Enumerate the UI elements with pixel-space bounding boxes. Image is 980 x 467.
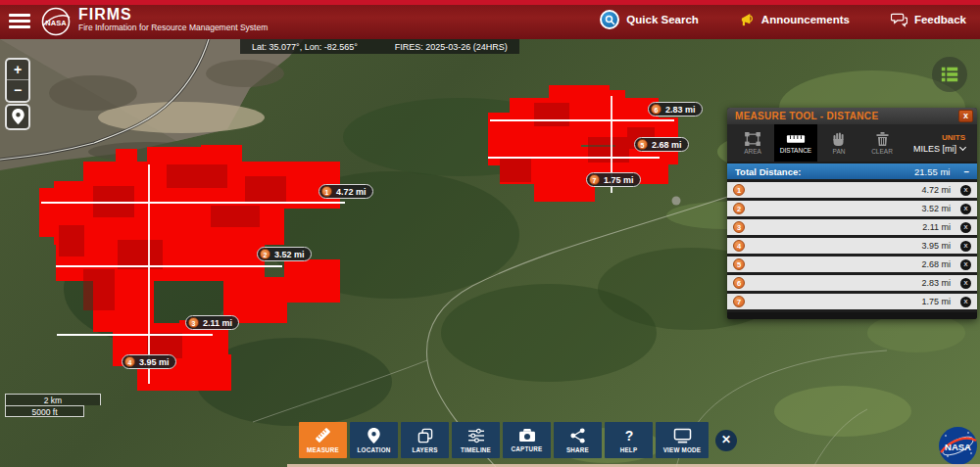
measure-panel-close-button[interactable]: x bbox=[958, 110, 973, 122]
toolbar-location-button[interactable]: LOCATION bbox=[350, 422, 398, 458]
delete-measurement-button[interactable]: x bbox=[960, 259, 971, 270]
zoom-in-button[interactable]: + bbox=[7, 60, 28, 80]
delete-measurement-button[interactable]: x bbox=[960, 278, 971, 289]
toolbar-timeline-button[interactable]: TIMELINE bbox=[452, 422, 500, 458]
measure-tool-panel: MEASURE TOOL - DISTANCE x AREA DIST bbox=[727, 108, 977, 319]
measurement-row-7: 7 1.75 mi x bbox=[727, 294, 977, 309]
measure-label-text: 2.83 mi bbox=[665, 105, 696, 115]
distance-tool-button[interactable]: DISTANCE bbox=[774, 124, 817, 162]
clear-tool-label: CLEAR bbox=[871, 148, 893, 155]
measure-label-1: 1 4.72 mi bbox=[318, 184, 373, 199]
measure-label-text: 4.72 mi bbox=[336, 187, 367, 197]
toolbar-timeline-label: TIMELINE bbox=[461, 446, 491, 453]
units-dropdown[interactable]: MILES [mi] bbox=[913, 144, 965, 154]
measure-label-number: 6 bbox=[651, 104, 662, 115]
measure-label-text: 2.11 mi bbox=[203, 318, 232, 328]
nasa-logo-icon: NASA bbox=[41, 7, 71, 36]
measure-label-number: 1 bbox=[321, 186, 332, 197]
measure-panel-toolbar: AREA DISTANCE PAN bbox=[727, 124, 977, 162]
map-info-bar: Lat: 35.077°, Lon: -82.565° FIRES: 2025-… bbox=[240, 39, 519, 54]
quick-search-button[interactable]: Quick Search bbox=[600, 10, 699, 29]
measure-label-number: 2 bbox=[260, 249, 270, 259]
row-number-badge: 7 bbox=[733, 296, 745, 307]
megaphone-icon bbox=[740, 13, 755, 27]
delete-measurement-button[interactable]: x bbox=[960, 241, 971, 252]
delete-measurement-button[interactable]: x bbox=[960, 297, 971, 307]
measurement-row-5: 5 2.68 mi x bbox=[727, 257, 977, 272]
total-distance-label: Total Distance: bbox=[735, 166, 914, 177]
row-value: 2.83 mi bbox=[745, 278, 951, 288]
measure-label-6: 6 2.83 mi bbox=[648, 102, 703, 117]
measure-label-number: 4 bbox=[124, 356, 135, 367]
delete-measurement-button[interactable]: x bbox=[960, 204, 971, 214]
clear-tool-button[interactable]: CLEAR bbox=[860, 124, 904, 162]
nasa-meatball-logo: NASA bbox=[938, 426, 978, 466]
total-distance-row: Total Distance: 21.55 mi − bbox=[727, 163, 977, 179]
measure-label-text: 3.52 mi bbox=[274, 250, 305, 259]
chevron-down-icon bbox=[959, 143, 966, 150]
row-value: 2.11 mi bbox=[745, 222, 951, 232]
app-brand: FIRMS Fire Information for Resource Mana… bbox=[78, 6, 268, 32]
map-canvas[interactable]: Lat: 35.077°, Lon: -82.565° FIRES: 2025-… bbox=[0, 39, 980, 467]
delete-measurement-button[interactable]: x bbox=[960, 185, 971, 196]
collapse-panel-button[interactable]: − bbox=[963, 166, 969, 177]
measurement-row-2: 2 3.52 mi x bbox=[727, 201, 977, 216]
svg-text:NASA: NASA bbox=[45, 19, 67, 27]
row-number-badge: 5 bbox=[733, 258, 745, 270]
measurement-row-1: 1 4.72 mi x bbox=[727, 182, 977, 198]
measure-panel-footer bbox=[727, 312, 977, 319]
measurement-row-6: 6 2.83 mi x bbox=[727, 275, 977, 291]
map-toolbar: MEASURE LOCATION LAYERS T bbox=[299, 422, 737, 458]
toolbar-share-button[interactable]: SHARE bbox=[554, 422, 602, 458]
fires-date-readout: FIRES: 2025-03-26 (24HRS) bbox=[395, 42, 508, 52]
toolbar-layers-label: LAYERS bbox=[412, 446, 437, 453]
feedback-label: Feedback bbox=[914, 14, 966, 25]
toolbar-capture-label: CAPTURE bbox=[512, 445, 543, 452]
measure-panel-title: MEASURE TOOL - DISTANCE bbox=[735, 111, 958, 121]
distance-ruler-icon bbox=[786, 133, 806, 145]
area-icon bbox=[745, 132, 760, 146]
row-number-badge: 1 bbox=[733, 184, 745, 196]
header-nav: Quick Search Announcements Feedback bbox=[600, 0, 966, 39]
measure-panel-header: MEASURE TOOL - DISTANCE x bbox=[727, 108, 977, 124]
trash-icon bbox=[876, 132, 889, 146]
feedback-chat-icon bbox=[891, 13, 907, 27]
toolbar-close-button[interactable]: ✕ bbox=[715, 430, 737, 451]
toolbar-layers-button[interactable]: LAYERS bbox=[401, 422, 449, 458]
svg-text:NASA: NASA bbox=[945, 442, 971, 452]
layers-icon bbox=[417, 428, 433, 444]
help-question-icon: ? bbox=[621, 428, 637, 444]
hamburger-menu-icon[interactable] bbox=[9, 11, 30, 31]
scale-ft: 5000 ft bbox=[5, 405, 84, 417]
announcements-button[interactable]: Announcements bbox=[740, 13, 850, 27]
toolbar-view-mode-button[interactable]: VIEW MODE bbox=[656, 422, 709, 458]
row-value: 2.68 mi bbox=[745, 259, 951, 269]
legend-toggle-button[interactable] bbox=[932, 57, 967, 92]
row-number-badge: 2 bbox=[733, 203, 745, 214]
zoom-out-button[interactable]: − bbox=[7, 80, 28, 101]
pan-hand-icon bbox=[832, 132, 846, 146]
quick-search-label: Quick Search bbox=[626, 14, 699, 25]
toolbar-help-button[interactable]: ? HELP bbox=[605, 422, 653, 458]
locate-control bbox=[5, 104, 30, 130]
toolbar-measure-button[interactable]: MEASURE bbox=[299, 422, 347, 458]
toolbar-share-label: SHARE bbox=[566, 446, 589, 453]
monitor-icon bbox=[673, 428, 692, 444]
area-tool-button[interactable]: AREA bbox=[731, 124, 774, 162]
distance-tool-label: DISTANCE bbox=[780, 147, 811, 154]
row-number-badge: 6 bbox=[733, 277, 745, 289]
total-distance-value: 21.55 mi bbox=[914, 166, 950, 177]
pan-tool-button[interactable]: PAN bbox=[817, 124, 860, 162]
measure-label-2: 2 3.52 mi bbox=[257, 247, 312, 261]
toolbar-location-label: LOCATION bbox=[357, 446, 390, 453]
my-location-button[interactable] bbox=[7, 106, 28, 128]
toolbar-capture-button[interactable]: CAPTURE bbox=[503, 422, 551, 458]
row-number-badge: 3 bbox=[733, 221, 745, 233]
feedback-button[interactable]: Feedback bbox=[891, 13, 966, 27]
row-number-badge: 4 bbox=[733, 240, 745, 252]
measure-label-number: 3 bbox=[188, 317, 199, 328]
measure-label-4: 4 3.95 mi bbox=[122, 354, 176, 369]
units-label: UNITS bbox=[942, 133, 965, 142]
delete-measurement-button[interactable]: x bbox=[960, 222, 971, 233]
coordinates-readout: Lat: 35.077°, Lon: -82.565° bbox=[252, 42, 358, 52]
